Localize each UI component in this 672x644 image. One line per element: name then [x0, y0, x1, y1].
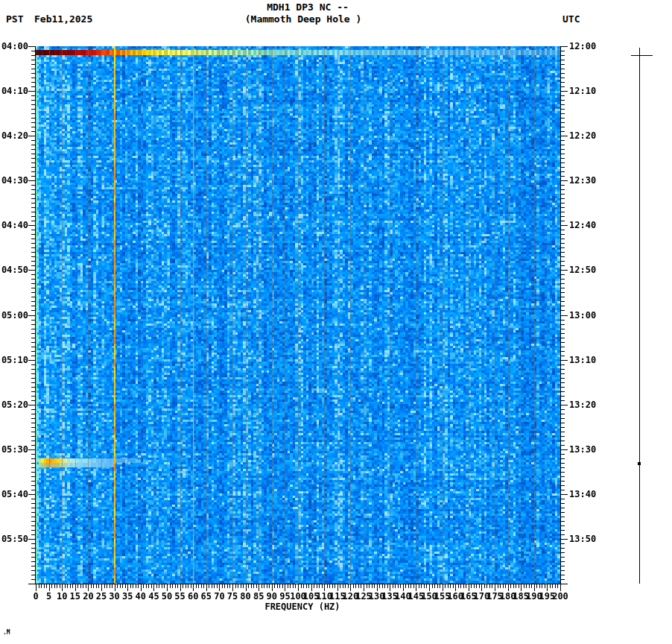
utc-axis-tick-label: 12:10 [569, 86, 596, 95]
utc-axis-tick-label: 12:20 [569, 131, 596, 140]
scale-bar-crossbar [631, 55, 653, 56]
utc-axis-tick-label: 12:40 [569, 221, 596, 230]
x-axis-title: FREQUENCY (HZ) [264, 602, 340, 612]
utc-axis-tick-label: 13:00 [569, 311, 596, 320]
utc-axis-tick-label: 12:30 [569, 176, 596, 185]
pst-axis-tick-label: 04:40 [0, 221, 28, 230]
frequency-tick-label: 90 [267, 592, 277, 601]
pst-axis-tick-label: 05:00 [0, 311, 28, 320]
frequency-tick-label: 85 [253, 592, 264, 601]
frequency-tick-label: 20 [83, 592, 93, 601]
pst-axis-tick-label: 04:50 [0, 265, 28, 274]
frequency-tick-label: 25 [96, 592, 107, 601]
frequency-tick-label: 30 [109, 592, 119, 601]
spectrogram-page: MDH1 DP3 NC -- (Mammoth Deep Hole ) PST … [0, 0, 672, 644]
utc-axis-tick-label: 13:30 [569, 445, 596, 454]
utc-axis-tick-label: 13:10 [569, 356, 596, 364]
pst-axis-tick-label: 05:40 [0, 490, 28, 499]
utc-axis-tick-label: 13:40 [569, 490, 596, 499]
pst-axis-tick-label: 04:10 [0, 86, 28, 95]
pst-axis-tick-label: 05:30 [0, 445, 28, 454]
scale-bar-line [639, 48, 640, 584]
frequency-tick-label: 45 [148, 592, 159, 601]
frequency-tick-label: 60 [188, 592, 198, 601]
pst-axis-tick-label: 05:10 [0, 356, 28, 364]
utc-axis-tick-label: 13:50 [569, 534, 596, 543]
pst-axis-tick-label: 05:20 [0, 400, 28, 409]
footer-mark: .M [3, 630, 10, 636]
frequency-tick-label: 65 [201, 592, 212, 601]
frequency-tick-label: 70 [214, 592, 224, 601]
frequency-tick-label: 95 [279, 592, 290, 601]
pst-axis-tick-label: 04:30 [0, 176, 28, 185]
frequency-tick-label: 0 [33, 592, 38, 601]
spectrogram-plot [0, 0, 672, 644]
frequency-tick-label: 50 [162, 592, 172, 601]
pst-axis-tick-label: 05:50 [0, 534, 28, 543]
frequency-tick-label: 40 [136, 592, 146, 601]
utc-axis-tick-label: 12:00 [569, 42, 596, 51]
frequency-tick-label: 5 [46, 592, 51, 601]
utc-axis-tick-label: 12:50 [569, 265, 596, 274]
frequency-tick-label: 75 [227, 592, 238, 601]
frequency-tick-label: 200 [552, 592, 568, 601]
frequency-tick-label: 35 [122, 592, 133, 601]
utc-axis-tick-label: 13:20 [569, 400, 596, 409]
frequency-tick-label: 15 [70, 592, 80, 601]
scale-bar-marker [638, 462, 641, 465]
frequency-tick-label: 10 [57, 592, 67, 601]
pst-axis-tick-label: 04:20 [0, 131, 28, 140]
pst-axis-tick-label: 04:00 [0, 42, 28, 51]
frequency-tick-label: 55 [174, 592, 185, 601]
frequency-tick-label: 80 [240, 592, 250, 601]
